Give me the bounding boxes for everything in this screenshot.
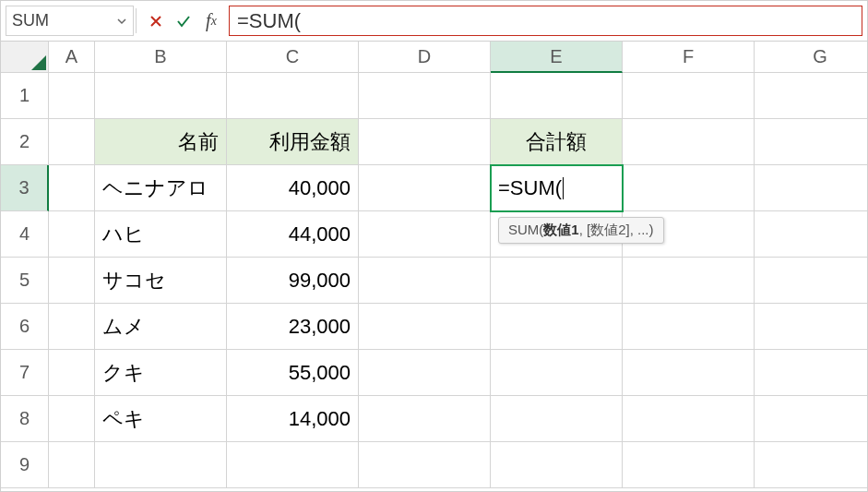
cell-C3[interactable]: 40,000 [227,165,359,211]
cell-B9[interactable] [95,442,227,488]
cell-C8[interactable]: 14,000 [227,396,359,442]
cell-F2[interactable] [623,119,755,165]
cell-F5[interactable] [623,258,755,304]
row-header-7[interactable]: 7 [1,350,49,396]
cell-A7[interactable] [49,350,95,396]
cell-E3[interactable]: =SUM( [491,165,623,211]
cell-G2[interactable] [755,119,868,165]
col-header-B[interactable]: B [95,42,227,73]
col-header-C[interactable]: C [227,42,359,73]
formula-input[interactable]: =SUM( [229,6,862,36]
col-header-F[interactable]: F [623,42,755,73]
cell-G6[interactable] [755,304,868,350]
cells-area: 名前利用金額合計額ヘニナアロ40,000=SUM(ハヒ44,000サコセ99,0… [49,73,868,488]
cell-C4[interactable]: 44,000 [227,211,359,258]
cell-G9[interactable] [755,442,868,488]
cell-B5[interactable]: サコセ [95,258,227,304]
cell-D1[interactable] [359,73,491,119]
cell-A2[interactable] [49,119,95,165]
row-header-3[interactable]: 3 [1,165,49,211]
row-header-4[interactable]: 4 [1,211,49,258]
cell-B8[interactable]: ペキ [95,396,227,442]
cell-F8[interactable] [623,396,755,442]
cell-F6[interactable] [623,304,755,350]
cell-B6[interactable]: ムメ [95,304,227,350]
cell-E7[interactable] [491,350,623,396]
function-tooltip: SUM(数値1, [数値2], ...) [498,217,664,244]
divider [136,8,137,33]
cell-A1[interactable] [49,73,95,119]
row-header-8[interactable]: 8 [1,396,49,442]
cell-A6[interactable] [49,304,95,350]
cell-B2[interactable]: 名前 [95,119,227,165]
text-caret [563,177,564,199]
cell-A9[interactable] [49,442,95,488]
cell-F7[interactable] [623,350,755,396]
chevron-down-icon[interactable] [116,16,127,27]
cell-G1[interactable] [755,73,868,119]
cell-F1[interactable] [623,73,755,119]
col-header-D[interactable]: D [359,42,491,73]
cell-G8[interactable] [755,396,868,442]
cell-C2[interactable]: 利用金額 [227,119,359,165]
cell-A5[interactable] [49,258,95,304]
cell-E9[interactable] [491,442,623,488]
row-header-1[interactable]: 1 [1,73,49,119]
cell-E1[interactable] [491,73,623,119]
cell-F9[interactable] [623,442,755,488]
cell-A8[interactable] [49,396,95,442]
cell-G3[interactable] [755,165,868,211]
fx-icon[interactable]: fx [197,6,225,36]
cell-B3[interactable]: ヘニナアロ [95,165,227,211]
cell-F3[interactable] [623,165,755,211]
cancel-icon[interactable] [142,6,170,36]
row-header-6[interactable]: 6 [1,304,49,350]
cell-E6[interactable] [491,304,623,350]
cell-C1[interactable] [227,73,359,119]
cell-G4[interactable] [755,211,868,258]
cell-G7[interactable] [755,350,868,396]
cell-D5[interactable] [359,258,491,304]
formula-bar: SUM fx =SUM( [1,1,867,42]
tooltip-arg1: 数値1 [543,222,578,237]
row-header-9[interactable]: 9 [1,442,49,488]
row-header-2[interactable]: 2 [1,119,49,165]
cell-C6[interactable]: 23,000 [227,304,359,350]
spreadsheet-grid: ABCDEFG 123456789 名前利用金額合計額ヘニナアロ40,000=S… [1,42,867,491]
formula-text: =SUM( [237,9,301,33]
cell-G5[interactable] [755,258,868,304]
cell-B1[interactable] [95,73,227,119]
cell-D2[interactable] [359,119,491,165]
col-header-A[interactable]: A [49,42,95,73]
cell-B4[interactable]: ハヒ [95,211,227,258]
row-header-5[interactable]: 5 [1,258,49,304]
cell-E8[interactable] [491,396,623,442]
enter-icon[interactable] [170,6,197,36]
cell-D8[interactable] [359,396,491,442]
tooltip-rest: , [数値2], ...) [579,222,654,237]
cell-A4[interactable] [49,211,95,258]
cell-C5[interactable]: 99,000 [227,258,359,304]
cell-E5[interactable] [491,258,623,304]
cell-E2[interactable]: 合計額 [491,119,623,165]
name-box-value: SUM [12,11,49,30]
cell-D4[interactable] [359,211,491,258]
cell-C7[interactable]: 55,000 [227,350,359,396]
formula-bar-buttons: fx [138,6,229,36]
cell-A3[interactable] [49,165,95,211]
select-all-button[interactable] [1,42,49,73]
col-header-G[interactable]: G [755,42,868,73]
cell-D6[interactable] [359,304,491,350]
tooltip-fn: SUM [508,222,539,237]
cell-C9[interactable] [227,442,359,488]
cell-D7[interactable] [359,350,491,396]
cell-D3[interactable] [359,165,491,211]
cell-D9[interactable] [359,442,491,488]
name-box[interactable]: SUM [6,6,134,36]
column-headers: ABCDEFG [49,42,868,73]
row-headers: 123456789 [1,73,49,488]
cell-B7[interactable]: クキ [95,350,227,396]
col-header-E[interactable]: E [491,42,623,73]
